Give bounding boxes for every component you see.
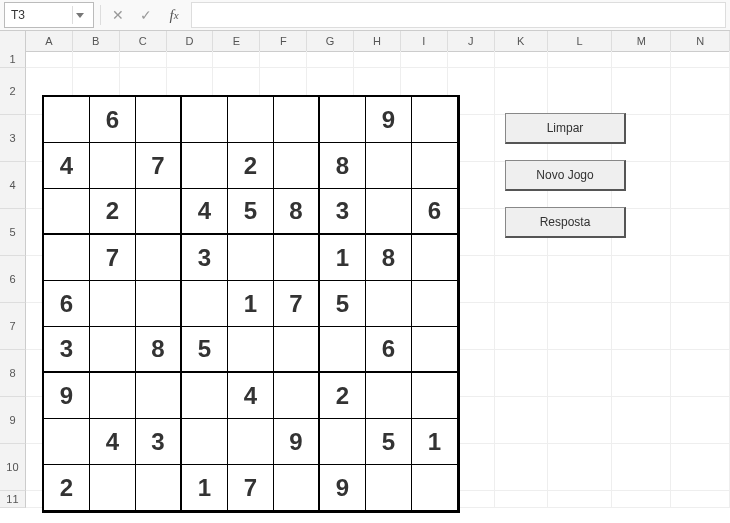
sudoku-cell[interactable]	[366, 373, 412, 419]
column-header[interactable]: F	[260, 31, 307, 52]
sudoku-cell[interactable]: 6	[412, 189, 458, 235]
cell[interactable]	[671, 68, 730, 115]
column-header[interactable]: B	[73, 31, 120, 52]
cell[interactable]	[548, 256, 613, 303]
sudoku-cell[interactable]: 1	[182, 465, 228, 511]
sudoku-cell[interactable]: 6	[90, 97, 136, 143]
cell[interactable]	[120, 51, 167, 68]
sudoku-cell[interactable]	[412, 327, 458, 373]
column-header[interactable]: E	[213, 31, 260, 52]
sudoku-cell[interactable]: 5	[366, 419, 412, 465]
select-all-corner[interactable]	[0, 31, 26, 52]
cell[interactable]	[671, 51, 730, 68]
sudoku-cell[interactable]	[274, 465, 320, 511]
cell[interactable]	[448, 51, 495, 68]
column-header[interactable]: K	[495, 31, 548, 52]
cell[interactable]	[260, 51, 307, 68]
column-header[interactable]: G	[307, 31, 354, 52]
sudoku-cell[interactable]	[228, 235, 274, 281]
sudoku-cell[interactable]: 9	[274, 419, 320, 465]
sudoku-cell[interactable]: 2	[90, 189, 136, 235]
row-header[interactable]: 6	[0, 256, 26, 303]
cell[interactable]	[26, 51, 73, 68]
sudoku-cell[interactable]: 5	[182, 327, 228, 373]
cell[interactable]	[548, 397, 613, 444]
cell[interactable]	[495, 350, 548, 397]
sudoku-cell[interactable]: 3	[136, 419, 182, 465]
sudoku-cell[interactable]	[182, 373, 228, 419]
sudoku-cell[interactable]	[320, 97, 366, 143]
sudoku-cell[interactable]	[136, 235, 182, 281]
cell[interactable]	[612, 491, 671, 508]
cell[interactable]	[671, 209, 730, 256]
cell[interactable]	[671, 350, 730, 397]
sudoku-cell[interactable]	[228, 97, 274, 143]
sudoku-cell[interactable]	[90, 281, 136, 327]
cell[interactable]	[671, 397, 730, 444]
column-header[interactable]: D	[167, 31, 214, 52]
cell[interactable]	[671, 444, 730, 491]
cancel-icon[interactable]: ✕	[107, 5, 129, 25]
sudoku-cell[interactable]: 6	[366, 327, 412, 373]
sudoku-cell[interactable]	[44, 235, 90, 281]
sudoku-cell[interactable]	[366, 143, 412, 189]
sudoku-cell[interactable]: 8	[136, 327, 182, 373]
sudoku-cell[interactable]: 1	[320, 235, 366, 281]
sudoku-cell[interactable]	[274, 143, 320, 189]
cell[interactable]	[612, 350, 671, 397]
sudoku-cell[interactable]: 3	[44, 327, 90, 373]
cell[interactable]	[612, 397, 671, 444]
cell[interactable]	[167, 51, 214, 68]
sudoku-cell[interactable]: 9	[320, 465, 366, 511]
cell[interactable]	[213, 51, 260, 68]
cell[interactable]	[495, 51, 548, 68]
sudoku-cell[interactable]	[274, 235, 320, 281]
sudoku-cell[interactable]: 3	[320, 189, 366, 235]
cell[interactable]	[307, 51, 354, 68]
cell[interactable]	[671, 115, 730, 162]
sudoku-cell[interactable]	[90, 373, 136, 419]
sudoku-cell[interactable]	[274, 97, 320, 143]
sudoku-cell[interactable]	[136, 373, 182, 419]
sudoku-cell[interactable]	[90, 143, 136, 189]
sudoku-cell[interactable]	[366, 189, 412, 235]
cell[interactable]	[612, 256, 671, 303]
cell[interactable]	[495, 444, 548, 491]
column-header[interactable]: C	[120, 31, 167, 52]
cell[interactable]	[548, 303, 613, 350]
cell[interactable]	[495, 397, 548, 444]
sudoku-cell[interactable]: 7	[274, 281, 320, 327]
sudoku-cell[interactable]: 2	[320, 373, 366, 419]
cell[interactable]	[671, 303, 730, 350]
row-header[interactable]: 2	[0, 68, 26, 115]
row-header[interactable]: 3	[0, 115, 26, 162]
fx-icon[interactable]: fx	[163, 5, 185, 25]
row-header[interactable]: 8	[0, 350, 26, 397]
sudoku-cell[interactable]: 5	[320, 281, 366, 327]
sudoku-cell[interactable]: 7	[136, 143, 182, 189]
cell[interactable]	[612, 303, 671, 350]
sudoku-cell[interactable]	[136, 189, 182, 235]
sudoku-cell[interactable]	[228, 327, 274, 373]
cell[interactable]	[548, 51, 613, 68]
sudoku-cell[interactable]	[320, 327, 366, 373]
sudoku-cell[interactable]	[44, 97, 90, 143]
clear-button[interactable]: Limpar	[505, 113, 626, 144]
cell[interactable]	[73, 51, 120, 68]
sudoku-cell[interactable]: 4	[90, 419, 136, 465]
sudoku-cell[interactable]	[320, 419, 366, 465]
sudoku-cell[interactable]	[136, 281, 182, 327]
column-header[interactable]: I	[401, 31, 448, 52]
sudoku-cell[interactable]	[182, 97, 228, 143]
sudoku-cell[interactable]	[182, 419, 228, 465]
sudoku-cell[interactable]	[412, 281, 458, 327]
sudoku-cell[interactable]: 8	[366, 235, 412, 281]
column-header[interactable]: A	[26, 31, 73, 52]
cell[interactable]	[548, 491, 613, 508]
name-box-dropdown[interactable]	[72, 6, 87, 24]
column-header[interactable]: N	[671, 31, 730, 52]
sudoku-cell[interactable]: 9	[44, 373, 90, 419]
accept-icon[interactable]: ✓	[135, 5, 157, 25]
sudoku-cell[interactable]: 1	[412, 419, 458, 465]
cell[interactable]	[495, 256, 548, 303]
